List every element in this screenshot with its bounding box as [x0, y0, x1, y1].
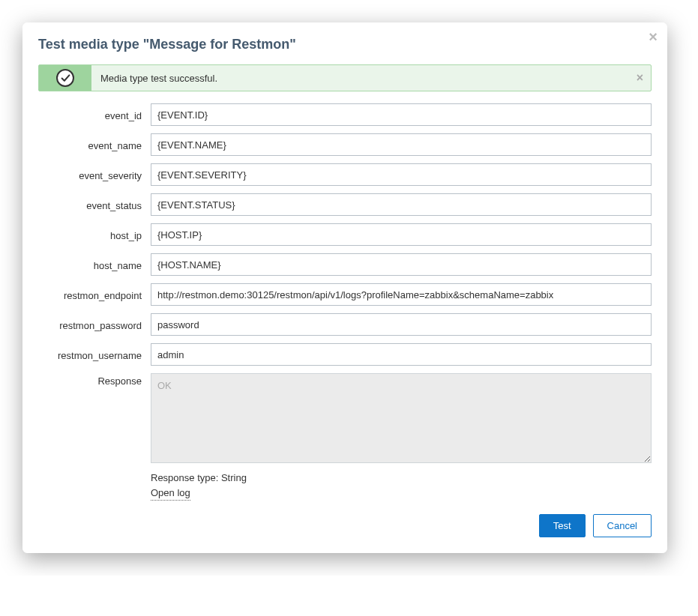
field-row: event_status	[38, 193, 652, 216]
alert-icon-wrap	[39, 65, 91, 91]
field-row: restmon_password	[38, 313, 652, 336]
field-row: event_id	[38, 103, 652, 126]
check-icon	[56, 69, 74, 87]
restmon-username-input[interactable]	[151, 343, 652, 366]
restmon-endpoint-input[interactable]	[151, 283, 652, 306]
response-meta: Response type: String Open log	[151, 471, 652, 501]
field-row: event_severity	[38, 163, 652, 186]
event-severity-input[interactable]	[151, 163, 652, 186]
field-label: restmon_password	[38, 318, 151, 331]
field-row: event_name	[38, 133, 652, 156]
host-ip-input[interactable]	[151, 223, 652, 246]
field-label: event_status	[38, 198, 151, 211]
button-row: Test Cancel	[38, 514, 652, 537]
field-row: host_name	[38, 253, 652, 276]
event-id-input[interactable]	[151, 103, 652, 126]
dialog-title: Test media type "Message for Restmon"	[38, 37, 652, 52]
field-label: restmon_username	[38, 348, 151, 361]
test-button[interactable]: Test	[539, 514, 586, 537]
response-label: Response	[38, 373, 151, 387]
host-name-input[interactable]	[151, 253, 652, 276]
response-row: Response OK	[38, 373, 652, 463]
test-media-type-dialog: × Test media type "Message for Restmon" …	[22, 22, 667, 553]
field-label: event_severity	[38, 168, 151, 181]
field-row: restmon_username	[38, 343, 652, 366]
alert-message: Media type test successful.	[91, 67, 651, 90]
field-label: restmon_endpoint	[38, 288, 151, 301]
field-row: host_ip	[38, 223, 652, 246]
event-name-input[interactable]	[151, 133, 652, 156]
response-type-label: Response type: String	[151, 471, 652, 486]
field-label: host_ip	[38, 228, 151, 241]
close-icon[interactable]: ×	[649, 29, 658, 44]
event-status-input[interactable]	[151, 193, 652, 216]
success-alert: Media type test successful. ×	[38, 64, 652, 91]
open-log-link[interactable]: Open log	[151, 486, 190, 501]
cancel-button[interactable]: Cancel	[593, 514, 652, 537]
alert-close-icon[interactable]: ×	[637, 71, 643, 85]
response-textarea[interactable]: OK	[151, 373, 652, 463]
field-label: host_name	[38, 258, 151, 271]
restmon-password-input[interactable]	[151, 313, 652, 336]
field-row: restmon_endpoint	[38, 283, 652, 306]
field-label: event_id	[38, 108, 151, 121]
field-label: event_name	[38, 138, 151, 151]
